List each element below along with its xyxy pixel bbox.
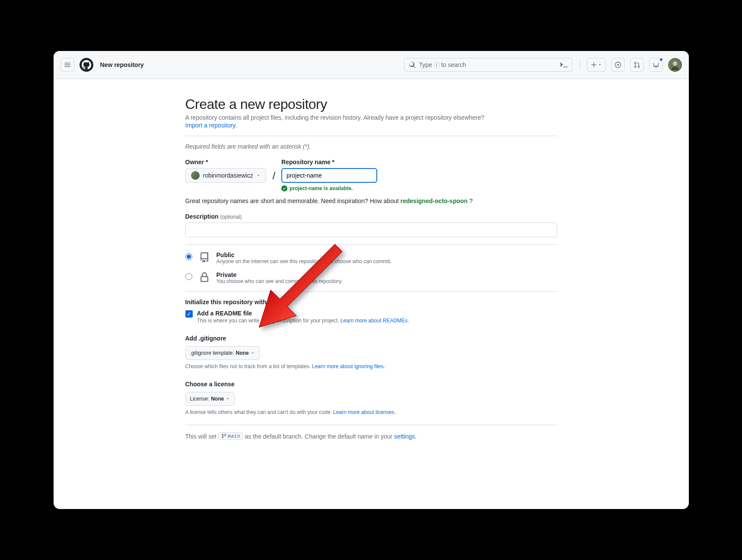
owner-name: robinmordasiewicz <box>203 172 253 179</box>
inbox-icon <box>653 61 659 68</box>
hamburger-icon <box>64 61 71 68</box>
readme-checkbox[interactable]: ✓ <box>185 310 193 318</box>
search-slash-key: / <box>434 62 439 68</box>
svg-point-2 <box>634 62 636 64</box>
license-learn-link[interactable]: Learn more about licenses. <box>333 409 396 415</box>
repo-icon <box>199 251 210 263</box>
svg-point-6 <box>673 61 677 66</box>
public-title: Public <box>217 251 392 258</box>
pull-requests-button[interactable] <box>630 58 644 72</box>
form-subhead: A repository contains all project files,… <box>185 114 557 121</box>
visibility-private-row: Private You choose who can see and commi… <box>185 271 557 284</box>
check-circle-icon: ✓ <box>281 185 287 191</box>
search-icon <box>409 61 416 68</box>
create-new-button[interactable] <box>587 58 606 72</box>
default-branch-note: This will set main as the default branch… <box>185 432 557 440</box>
search-placeholder: Type / to search <box>419 61 466 69</box>
user-avatar[interactable] <box>668 58 682 72</box>
owner-label: Owner * <box>185 159 267 165</box>
suggestion-link[interactable]: redesigned-octo-spoon <box>401 197 468 204</box>
readme-desc: This is where you can write a long descr… <box>197 318 409 324</box>
private-title: Private <box>217 271 343 278</box>
chevron-down-icon <box>251 351 255 355</box>
import-repo-link[interactable]: Import a repository. <box>185 122 237 129</box>
license-help: A license tells others what they can and… <box>185 409 557 415</box>
svg-point-1 <box>617 64 619 66</box>
repo-name-input[interactable] <box>281 168 377 183</box>
private-desc: You choose who can see and commit to thi… <box>217 278 343 284</box>
branch-badge: main <box>218 432 243 440</box>
chevron-down-icon <box>256 173 261 178</box>
gitignore-help: Choose which files not to track from a l… <box>185 363 557 369</box>
visibility-public-row: Public Anyone on the internet can see th… <box>185 251 557 264</box>
new-repo-form: Create a new repository A repository con… <box>185 96 557 509</box>
content-area: Create a new repository A repository con… <box>54 79 689 509</box>
form-heading: Create a new repository <box>185 96 557 112</box>
issues-button[interactable] <box>611 58 625 72</box>
gitignore-select[interactable]: .gitignore template: None <box>185 346 260 360</box>
app-window: New repository Type / to search <box>54 51 689 509</box>
owner-avatar-icon <box>191 171 200 180</box>
public-radio[interactable] <box>185 253 192 260</box>
menu-button[interactable] <box>61 58 74 72</box>
github-icon <box>82 60 91 70</box>
plus-icon <box>591 62 597 68</box>
slash-separator: / <box>272 159 275 182</box>
private-radio[interactable] <box>185 273 192 280</box>
search-input[interactable]: Type / to search <box>404 58 573 72</box>
public-desc: Anyone on the internet can see this repo… <box>217 258 392 264</box>
lock-icon <box>199 271 210 283</box>
description-label: Description (optional) <box>185 213 557 220</box>
command-palette-icon <box>560 61 568 69</box>
notification-dot <box>659 57 663 62</box>
license-heading: Choose a license <box>185 381 557 388</box>
required-note: Required fields are marked with an aster… <box>185 143 557 150</box>
github-logo[interactable] <box>80 58 93 72</box>
page-title: New repository <box>100 61 144 68</box>
chevron-down-icon <box>598 63 602 67</box>
inbox-button[interactable] <box>649 58 663 72</box>
issues-icon <box>615 61 621 68</box>
repo-name-label: Repository name * <box>281 159 377 165</box>
branch-icon <box>221 433 226 439</box>
readme-label: Add a README file <box>197 310 409 317</box>
availability-message: ✓ project-name is available. <box>281 185 377 191</box>
owner-select[interactable]: robinmordasiewicz <box>185 168 267 183</box>
svg-point-4 <box>638 66 640 68</box>
inspiration-text: Great repository names are short and mem… <box>185 197 557 204</box>
pull-request-icon <box>634 61 640 68</box>
avatar-icon <box>669 59 681 71</box>
description-input[interactable] <box>185 223 557 237</box>
topbar: New repository Type / to search <box>54 51 689 79</box>
chevron-down-icon <box>226 397 230 401</box>
init-heading: Initialize this repository with: <box>185 299 557 305</box>
readme-learn-link[interactable]: Learn more about READMEs. <box>341 318 409 324</box>
settings-link[interactable]: settings <box>394 433 415 440</box>
svg-point-3 <box>634 66 636 68</box>
gitignore-heading: Add .gitignore <box>185 335 557 342</box>
gitignore-learn-link[interactable]: Learn more about ignoring files. <box>312 363 385 369</box>
license-select[interactable]: License: None <box>185 392 235 406</box>
